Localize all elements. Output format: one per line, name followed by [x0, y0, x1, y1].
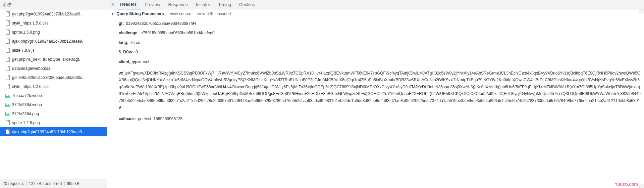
svg-rect-10 [6, 103, 10, 106]
param-val-client-type: web [143, 58, 151, 65]
details-panel: ✕ HeadersPreviewResponseInitiatorTimingC… [107, 0, 644, 188]
document-file-icon [5, 20, 10, 26]
file-row[interactable]: sprite.1.5.8.png [0, 28, 107, 37]
details-tab-bar: ✕ HeadersPreviewResponseInitiatorTimingC… [107, 0, 644, 9]
section-header: ▼ Query String Parameters view source vi… [111, 11, 641, 17]
param-key-gt: gt: [119, 20, 124, 27]
svg-rect-7 [6, 75, 10, 80]
param-w: w: )sXFqvuxwXDC0htRl4zg(aihKSCS9)qPD3OFx… [111, 68, 641, 112]
param-key-challenge: challenge: [119, 30, 139, 36]
file-row[interactable]: slide.7.8.9.js [0, 46, 107, 55]
file-name: slide.7.8.9.js [12, 48, 35, 53]
column-header-name[interactable]: 名称 [0, 0, 107, 9]
status-bar: 20 requests122 kB transferred995 kB [0, 179, 107, 188]
file-row[interactable]: gct.e465329e51133f326aade59da930c. [0, 73, 107, 82]
file-name: sprite.1.2.6.png [12, 121, 40, 125]
file-row[interactable]: get.php?gt=019924a82c70bb123aae9... [0, 9, 107, 18]
svg-rect-8 [6, 84, 10, 89]
svg-rect-3 [6, 39, 10, 44]
scroll-up-icon[interactable] [639, 9, 644, 13]
file-name: 372fe236d.webp [12, 102, 42, 107]
file-name: gct.e465329e51133f326aade59da930c. [12, 75, 83, 80]
params-block-2: callback:geetest_1669259965125 [111, 112, 641, 126]
file-row[interactable]: 372fe236d.png [0, 109, 107, 118]
tab-response[interactable]: Response [164, 0, 192, 9]
document-file-icon [5, 120, 10, 126]
tab-initiator[interactable]: Initiator [192, 0, 214, 9]
param-val-gt: 019924a82c70bb123aae90d483087f94 [126, 20, 196, 27]
image-file-icon [5, 102, 10, 107]
view-source-link[interactable]: view source [170, 11, 191, 16]
document-file-icon [5, 75, 10, 80]
svg-rect-5 [6, 57, 10, 62]
file-name: get.php?is_next=true&type=slide3&gt. [12, 57, 80, 62]
scroll-down-icon[interactable] [639, 184, 644, 188]
image-file-icon [5, 93, 10, 98]
document-file-icon [5, 11, 10, 17]
tab-cookies[interactable]: Cookies [235, 0, 259, 9]
file-name: 7bfaaa72b.webp [12, 93, 42, 98]
param-val-challenge: e7501f9d085beaa9683bdb581bd4eefeg0 [141, 30, 214, 36]
document-file-icon [5, 30, 10, 35]
tab-preview[interactable]: Preview [141, 0, 164, 9]
file-name: sprite.1.5.8.png [12, 30, 40, 35]
file-name: style_https.1.5.8.css [12, 21, 49, 26]
file-row[interactable]: ajax.php?gt=019924a82c70bb123aae9. [0, 37, 107, 46]
document-file-icon [5, 84, 10, 89]
file-name: 372fe236d.png [12, 111, 39, 116]
document-file-icon [5, 57, 10, 62]
disclosure-triangle-icon[interactable]: ▼ [111, 12, 114, 16]
param-val-w: )sXFqvuxwXDC0htRl4zg(aihKSCS9)qPD3OFxWj7… [119, 71, 641, 110]
file-row[interactable]: 372fe236d.webp [0, 100, 107, 109]
section-title: Query String Parameters [116, 11, 164, 16]
file-name: ajax.php?gt=019924a82c70bb123aae9. [12, 130, 83, 134]
file-row[interactable]: data:image/webp;bas... [0, 64, 107, 73]
file-row[interactable]: 7bfaaa72b.webp [0, 91, 107, 100]
view-url-encoded-link[interactable]: view URL encoded [197, 11, 231, 16]
svg-rect-12 [6, 121, 10, 125]
tab-headers[interactable]: Headers [116, 0, 141, 9]
close-icon[interactable]: ✕ [109, 2, 116, 7]
network-file-panel: 名称 get.php?gt=019924a82c70bb123aae9...st… [0, 0, 107, 188]
file-name: data:image/webp;bas... [12, 66, 54, 71]
svg-rect-9 [6, 94, 10, 97]
file-name: get.php?gt=019924a82c70bb123aae9... [12, 12, 84, 16]
headers-content: ▼ Query String Parameters view source vi… [107, 9, 644, 188]
params-block: gt:019924a82c70bb123aae90d483087f94 chal… [111, 17, 641, 68]
file-list: get.php?gt=019924a82c70bb123aae9...style… [0, 9, 107, 179]
status-item: 122 kB transferred [29, 181, 65, 186]
param-key-bcw: $_BCw: [119, 49, 133, 55]
file-row[interactable]: ajax.php?gt=019924a82c70bb123aae9. [0, 127, 107, 136]
svg-rect-13 [6, 130, 10, 134]
document-file-icon [5, 66, 10, 71]
status-item: 20 requests [3, 181, 27, 186]
file-name: ajax.php?gt=019924a82c70bb123aae9. [12, 39, 83, 44]
param-key-callback: callback: [119, 115, 136, 122]
file-row[interactable]: style_https.1.2.6.css [0, 82, 107, 91]
param-val-callback: geetest_1669259965125 [138, 115, 182, 122]
document-file-icon [5, 129, 10, 135]
status-item: 995 kB [67, 181, 82, 186]
svg-rect-6 [6, 66, 10, 71]
svg-rect-2 [6, 30, 10, 35]
param-key-client-type: client_type: [119, 58, 141, 65]
svg-rect-0 [6, 12, 10, 16]
param-val-lang: zh-cn [130, 39, 140, 46]
svg-rect-1 [6, 21, 10, 26]
svg-rect-11 [6, 112, 10, 115]
document-file-icon [5, 48, 10, 53]
file-row[interactable]: sprite.1.2.6.png [0, 118, 107, 127]
document-file-icon [5, 39, 10, 44]
file-name: style_https.1.2.6.css [12, 84, 49, 89]
param-key-w: w: [119, 71, 123, 76]
param-key-lang: lang: [119, 39, 128, 46]
image-file-icon [5, 111, 10, 116]
file-row[interactable]: style_https.1.5.8.css [0, 18, 107, 28]
tab-timing[interactable]: Timing [214, 0, 235, 9]
svg-rect-4 [6, 48, 10, 53]
file-row[interactable]: get.php?is_next=true&type=slide3&gt. [0, 55, 107, 64]
param-val-bcw: 0 [136, 49, 138, 55]
